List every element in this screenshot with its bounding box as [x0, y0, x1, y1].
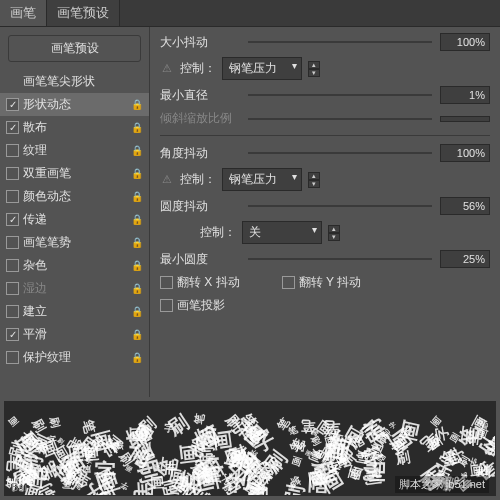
- lock-icon: 🔒: [131, 283, 143, 294]
- sidebar-item-0[interactable]: 画笔笔尖形状: [0, 70, 149, 93]
- sidebar-item-label: 保护纹理: [23, 349, 127, 366]
- min-round-label: 最小圆度: [160, 251, 240, 268]
- lock-icon: 🔒: [131, 99, 143, 110]
- sidebar-item-10[interactable]: 建立🔒: [0, 300, 149, 323]
- control1-stepper[interactable]: ▴▾: [308, 61, 320, 77]
- checkbox-icon[interactable]: [6, 351, 19, 364]
- lock-icon: 🔒: [131, 329, 143, 340]
- brush-proj-row: 画笔投影: [160, 297, 490, 314]
- sidebar-item-label: 纹理: [23, 142, 127, 159]
- sidebar-item-5[interactable]: 颜色动态🔒: [0, 185, 149, 208]
- checkbox-icon[interactable]: [6, 190, 19, 203]
- angle-jitter-slider[interactable]: [248, 145, 432, 161]
- tab-brush[interactable]: 画笔: [0, 0, 47, 26]
- sidebar-item-label: 传递: [23, 211, 127, 228]
- panel-tabs: 画笔 画笔预设: [0, 0, 500, 27]
- lock-icon: 🔒: [131, 214, 143, 225]
- control1-row: ⚠ 控制： 钢笔压力 ▴▾: [160, 57, 490, 80]
- checkbox-icon[interactable]: [6, 305, 19, 318]
- sidebar-item-3[interactable]: 纹理🔒: [0, 139, 149, 162]
- sidebar-item-12[interactable]: 保护纹理🔒: [0, 346, 149, 369]
- min-diameter-value[interactable]: 1%: [440, 86, 490, 104]
- checkbox-icon[interactable]: [6, 144, 19, 157]
- warning-icon: ⚠: [160, 173, 174, 187]
- control3-select[interactable]: 关: [242, 221, 322, 244]
- checkbox-icon[interactable]: [6, 121, 19, 134]
- min-diameter-label: 最小直径: [160, 87, 240, 104]
- sidebar-item-label: 双重画笔: [23, 165, 127, 182]
- watermark-right: 脚本之家 jb51.net: [395, 476, 489, 493]
- control2-select[interactable]: 钢笔压力: [222, 168, 302, 191]
- sidebar-item-label: 平滑: [23, 326, 127, 343]
- checkbox-icon[interactable]: [6, 98, 19, 111]
- control3-row: 控制： 关 ▴▾: [160, 221, 490, 244]
- sidebar-item-7[interactable]: 画笔笔势🔒: [0, 231, 149, 254]
- sidebar-item-2[interactable]: 散布🔒: [0, 116, 149, 139]
- tilt-scale-row: 倾斜缩放比例: [160, 110, 490, 127]
- sidebar-item-label: 建立: [23, 303, 127, 320]
- checkbox-icon[interactable]: [6, 282, 19, 295]
- checkbox-icon[interactable]: [6, 328, 19, 341]
- brush-panel: 画笔 画笔预设 画笔预设 画笔笔尖形状形状动态🔒散布🔒纹理🔒双重画笔🔒颜色动态🔒…: [0, 0, 500, 500]
- round-jitter-value[interactable]: 56%: [440, 197, 490, 215]
- lock-icon: 🔒: [131, 306, 143, 317]
- flip-y-checkbox[interactable]: 翻转 Y 抖动: [282, 274, 361, 291]
- brush-preview: 字笔画刷字笔画刷字笔画刷字笔画刷字笔画刷字笔画刷字笔画刷字笔画刷字笔画刷字笔画刷…: [4, 401, 496, 496]
- control3-stepper[interactable]: ▴▾: [328, 225, 340, 241]
- brush-proj-checkbox[interactable]: 画笔投影: [160, 297, 225, 314]
- control1-label: 控制：: [180, 60, 216, 77]
- sidebar-item-label: 湿边: [23, 280, 127, 297]
- control2-row: ⚠ 控制： 钢笔压力 ▴▾: [160, 168, 490, 191]
- flip-x-checkbox[interactable]: 翻转 X 抖动: [160, 274, 240, 291]
- round-jitter-slider[interactable]: [248, 198, 432, 214]
- sidebar-item-8[interactable]: 杂色🔒: [0, 254, 149, 277]
- flip-y-label: 翻转 Y 抖动: [299, 274, 361, 291]
- min-diameter-row: 最小直径 1%: [160, 86, 490, 104]
- size-jitter-label: 大小抖动: [160, 34, 240, 51]
- checkbox-icon[interactable]: [6, 213, 19, 226]
- control2-label: 控制：: [180, 171, 216, 188]
- angle-jitter-row: 角度抖动 100%: [160, 144, 490, 162]
- lock-icon: 🔒: [131, 260, 143, 271]
- checkbox-icon[interactable]: [6, 236, 19, 249]
- tilt-scale-value: [440, 116, 490, 122]
- sidebar-item-1[interactable]: 形状动态🔒: [0, 93, 149, 116]
- min-diameter-slider[interactable]: [248, 87, 432, 103]
- angle-jitter-value[interactable]: 100%: [440, 144, 490, 162]
- round-jitter-label: 圆度抖动: [160, 198, 240, 215]
- control2-stepper[interactable]: ▴▾: [308, 172, 320, 188]
- min-round-slider[interactable]: [248, 251, 432, 267]
- sidebar-item-label: 形状动态: [23, 96, 127, 113]
- lock-icon: 🔒: [131, 122, 143, 133]
- tilt-scale-slider: [248, 111, 432, 127]
- size-jitter-row: 大小抖动 100%: [160, 33, 490, 51]
- sidebar-item-label: 散布: [23, 119, 127, 136]
- sidebar-item-4[interactable]: 双重画笔🔒: [0, 162, 149, 185]
- size-jitter-slider[interactable]: [248, 34, 432, 50]
- size-jitter-value[interactable]: 100%: [440, 33, 490, 51]
- lock-icon: 🔒: [131, 145, 143, 156]
- checkbox-icon[interactable]: [6, 259, 19, 272]
- tilt-scale-label: 倾斜缩放比例: [160, 110, 240, 127]
- control1-select[interactable]: 钢笔压力: [222, 57, 302, 80]
- angle-jitter-label: 角度抖动: [160, 145, 240, 162]
- brush-proj-label: 画笔投影: [177, 297, 225, 314]
- panel-body: 画笔预设 画笔笔尖形状形状动态🔒散布🔒纹理🔒双重画笔🔒颜色动态🔒传递🔒画笔笔势🔒…: [0, 27, 500, 397]
- brush-presets-button[interactable]: 画笔预设: [8, 35, 141, 62]
- sidebar-item-label: 颜色动态: [23, 188, 127, 205]
- lock-icon: 🔒: [131, 191, 143, 202]
- lock-icon: 🔒: [131, 237, 143, 248]
- control3-label: 控制：: [200, 224, 236, 241]
- tab-presets[interactable]: 画笔预设: [47, 0, 120, 26]
- sidebar-item-label: 画笔笔尖形状: [23, 73, 127, 90]
- sidebar-item-label: 杂色: [23, 257, 127, 274]
- flip-x-label: 翻转 X 抖动: [177, 274, 240, 291]
- content-area: 大小抖动 100% ⚠ 控制： 钢笔压力 ▴▾ 最小直径 1% 倾斜缩放比例: [150, 27, 500, 397]
- sidebar-item-11[interactable]: 平滑🔒: [0, 323, 149, 346]
- min-round-value[interactable]: 25%: [440, 250, 490, 268]
- sidebar: 画笔预设 画笔笔尖形状形状动态🔒散布🔒纹理🔒双重画笔🔒颜色动态🔒传递🔒画笔笔势🔒…: [0, 27, 150, 397]
- checkbox-icon[interactable]: [6, 167, 19, 180]
- min-round-row: 最小圆度 25%: [160, 250, 490, 268]
- sidebar-item-9[interactable]: 湿边🔒: [0, 277, 149, 300]
- sidebar-item-6[interactable]: 传递🔒: [0, 208, 149, 231]
